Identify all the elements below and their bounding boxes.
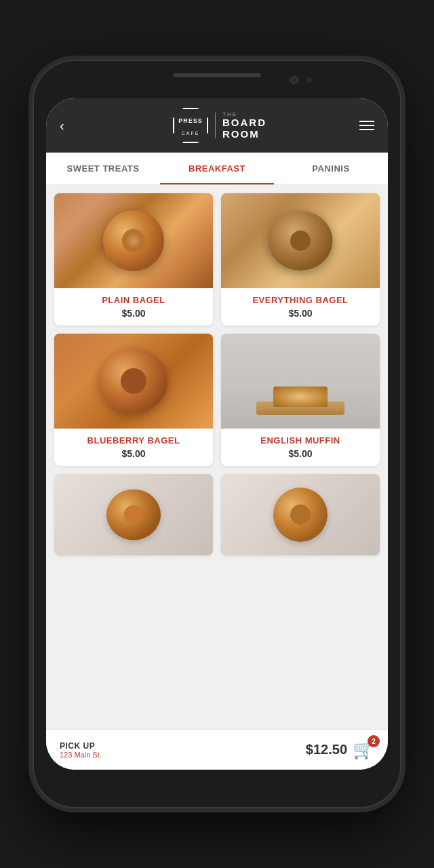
hamburger-line-1 [359, 121, 374, 122]
pickup-label: PICK UP [60, 741, 102, 751]
tab-sweet-treats[interactable]: SWEET TREATS [46, 153, 160, 184]
camera-dot2 [307, 77, 312, 83]
everything-bagel-visual [221, 193, 380, 288]
plain-bagel-image [54, 193, 213, 288]
english-muffin-info: ENGLISH MUFFIN $5.00 [221, 429, 380, 466]
cart-total: $12.50 [306, 742, 347, 757]
hamburger-line-3 [359, 129, 374, 130]
room-text: ROOM [222, 129, 267, 140]
menu-card-english-muffin[interactable]: ENGLISH MUFFIN $5.00 [221, 334, 380, 466]
screen: ‹ PRESS CAFE THE BOARD ROOM [46, 98, 388, 770]
header: ‹ PRESS CAFE THE BOARD ROOM [46, 98, 388, 153]
everything-bagel-image [221, 193, 380, 288]
bottom-bar: PICK UP 123 Main St. $12.50 🛒 2 [46, 729, 388, 770]
menu-card-blueberry-bagel[interactable]: BLUEBERRY BAGEL $5.00 [54, 334, 213, 466]
plain-bagel-info: PLAIN BAGEL $5.00 [54, 288, 213, 326]
cart-button[interactable]: 🛒 2 [353, 739, 374, 760]
menu-card-partial-right[interactable] [221, 474, 380, 555]
everything-bagel-price: $5.00 [229, 308, 372, 319]
camera-dot [290, 76, 298, 84]
everything-bagel-info: EVERYTHING BAGEL $5.00 [221, 288, 380, 326]
everything-bagel-name: EVERYTHING BAGEL [229, 295, 372, 305]
category-tabs: SWEET TREATS BREAKFAST PANINIS [46, 153, 388, 185]
cart-section: $12.50 🛒 2 [306, 739, 374, 760]
board-room-logo: THE BOARD ROOM [222, 111, 267, 140]
pickup-info: PICK UP 123 Main St. [60, 741, 102, 759]
blueberry-bagel-price: $5.00 [62, 448, 205, 459]
blueberry-bagel-info: BLUEBERRY BAGEL $5.00 [54, 429, 213, 466]
menu-grid: PLAIN BAGEL $5.00 EVERYTHING BAGEL $5.00 [54, 193, 380, 555]
board-text: BOARD [222, 117, 267, 129]
blueberry-bagel-image [54, 334, 213, 429]
menu-card-everything-bagel[interactable]: EVERYTHING BAGEL $5.00 [221, 193, 380, 326]
menu-content: PLAIN BAGEL $5.00 EVERYTHING BAGEL $5.00 [46, 185, 388, 729]
hamburger-line-2 [359, 125, 374, 126]
partial-right-visual [221, 474, 380, 555]
english-muffin-image [221, 334, 380, 429]
english-muffin-name: ENGLISH MUFFIN [229, 435, 372, 446]
logo-divider [215, 113, 216, 138]
partial-left-visual [54, 474, 213, 555]
english-muffin-visual [221, 334, 380, 429]
pickup-address: 123 Main St. [60, 751, 102, 759]
menu-card-partial-left[interactable] [54, 474, 213, 555]
english-muffin-price: $5.00 [229, 448, 372, 459]
cafe-logo-text: CAFE [182, 131, 200, 136]
phone-frame: ‹ PRESS CAFE THE BOARD ROOM [34, 61, 400, 807]
plain-bagel-name: PLAIN BAGEL [62, 295, 205, 305]
cart-badge: 2 [368, 735, 380, 747]
tab-paninis[interactable]: PANINIS [274, 153, 388, 184]
logo-container: PRESS CAFE THE BOARD ROOM [173, 108, 267, 143]
hamburger-menu-button[interactable] [359, 121, 374, 130]
menu-card-plain-bagel[interactable]: PLAIN BAGEL $5.00 [54, 193, 213, 326]
back-button[interactable]: ‹ [60, 118, 80, 134]
press-logo-text: PRESS [178, 117, 203, 124]
plain-bagel-price: $5.00 [62, 308, 205, 319]
press-cafe-logo: PRESS CAFE [173, 108, 208, 143]
blueberry-bagel-name: BLUEBERRY BAGEL [62, 435, 205, 446]
partial-right-image [221, 474, 380, 555]
plain-bagel-visual [54, 193, 213, 288]
tab-breakfast[interactable]: BREAKFAST [160, 153, 274, 184]
blueberry-bagel-visual [54, 334, 213, 429]
partial-left-image [54, 474, 213, 555]
